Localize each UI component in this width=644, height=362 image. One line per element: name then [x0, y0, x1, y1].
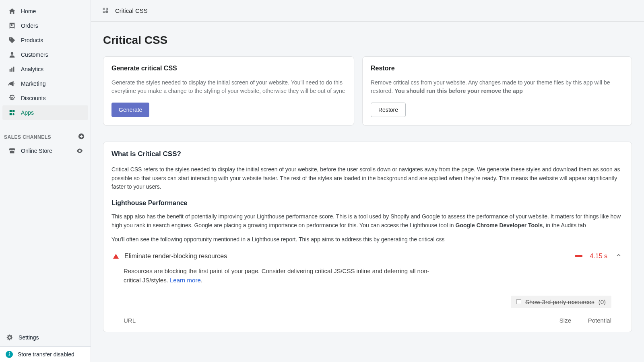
- info-para2: This app also has the benefit of potenti…: [111, 212, 623, 230]
- checkbox-icon: [516, 299, 521, 304]
- tag-icon: [8, 36, 16, 44]
- sidebar-item-settings[interactable]: Settings: [0, 329, 91, 346]
- apps-icon: [8, 109, 16, 117]
- orders-icon: [8, 22, 16, 30]
- settings-label: Settings: [19, 334, 39, 341]
- third-party-label: Show 3rd-party resources: [525, 298, 594, 305]
- restore-button[interactable]: Restore: [371, 103, 406, 117]
- lighthouse-opportunity: Eliminate render-blocking resources 4.15…: [111, 251, 623, 324]
- info-para3: You'll often see the following opportuni…: [111, 235, 623, 244]
- info-para1: Critical CSS refers to the styles needed…: [111, 165, 623, 191]
- lighthouse-third-party: Show 3rd-party resources (0): [111, 296, 623, 308]
- restore-body-bold: You should run this before your remove t…: [394, 88, 523, 94]
- sidebar: Home Orders Products Customers Analytics…: [0, 0, 91, 362]
- warning-triangle-icon: [113, 254, 119, 259]
- sidebar-item-home[interactable]: Home: [2, 4, 88, 19]
- sidebar-item-label: Marketing: [21, 80, 83, 87]
- restore-card-body: Remove critical css from your website. A…: [371, 78, 623, 95]
- home-icon: [8, 7, 16, 15]
- transfer-label: Store transfer disabled: [18, 351, 74, 358]
- sidebar-footer: Settings i Store transfer disabled: [0, 329, 91, 362]
- apps-breadcrumb-icon: [102, 7, 109, 14]
- store-icon: [8, 147, 16, 155]
- header-potential: Potential: [571, 317, 611, 324]
- add-channel-icon[interactable]: [78, 133, 85, 141]
- info-para2-post: , in the Audits tab: [543, 222, 586, 228]
- info-card: What is Critical CSS? Critical CSS refer…: [103, 142, 632, 332]
- sidebar-item-customers[interactable]: Customers: [2, 47, 88, 62]
- generate-button[interactable]: Generate: [111, 103, 149, 117]
- sidebar-item-label: Customers: [21, 51, 83, 58]
- info-para2-bold: Google Chrome Developer Tools: [456, 222, 543, 228]
- restore-card-title: Restore: [371, 65, 623, 72]
- generate-card: Generate critical CSS Generate the style…: [103, 56, 354, 125]
- breadcrumb-label: Critical CSS: [115, 7, 148, 14]
- lighthouse-bar-icon: [575, 255, 582, 257]
- gear-icon: [6, 333, 14, 341]
- lighthouse-table-headers: URL Size Potential: [124, 317, 611, 324]
- page-title: Critical CSS: [103, 34, 632, 47]
- chevron-up-icon: [615, 252, 622, 260]
- nav-list: Home Orders Products Customers Analytics…: [0, 0, 91, 124]
- header-size: Size: [531, 317, 571, 324]
- header-url: URL: [124, 317, 531, 324]
- sidebar-item-products[interactable]: Products: [2, 33, 88, 47]
- lighthouse-desc: Resources are blocking the first paint o…: [124, 266, 446, 285]
- sidebar-item-analytics[interactable]: Analytics: [2, 62, 88, 76]
- third-party-toggle[interactable]: Show 3rd-party resources (0): [511, 296, 611, 308]
- bars-icon: [8, 65, 16, 73]
- sidebar-item-label: Home: [21, 8, 83, 14]
- generate-card-body: Generate the styles needed to display th…: [111, 78, 346, 95]
- sidebar-item-label: Apps: [21, 109, 83, 116]
- section-label: SALES CHANNELS: [4, 134, 51, 140]
- sidebar-item-label: Products: [21, 37, 83, 43]
- lighthouse-time: 4.15 s: [590, 253, 607, 260]
- learn-more-link[interactable]: Learn more: [170, 277, 201, 284]
- info-icon: i: [6, 351, 13, 358]
- view-store-icon[interactable]: [76, 147, 83, 154]
- sidebar-item-discounts[interactable]: Discounts: [2, 91, 88, 105]
- sidebar-item-label: Orders: [21, 23, 83, 29]
- restore-card: Restore Remove critical css from your we…: [362, 56, 632, 125]
- sidebar-item-online-store[interactable]: Online Store: [2, 144, 88, 158]
- sales-channels-header: SALES CHANNELS: [0, 124, 91, 144]
- third-party-count: (0): [599, 298, 606, 305]
- sidebar-item-marketing[interactable]: Marketing: [2, 76, 88, 91]
- transfer-banner[interactable]: i Store transfer disabled: [0, 346, 91, 362]
- info-subheading: Lighthouse Performance: [111, 200, 623, 207]
- sidebar-item-orders[interactable]: Orders: [2, 19, 88, 33]
- sidebar-item-label: Analytics: [21, 66, 83, 72]
- person-icon: [8, 51, 16, 59]
- lighthouse-desc-text: Resources are blocking the first paint o…: [124, 267, 429, 284]
- generate-card-title: Generate critical CSS: [111, 65, 346, 72]
- sidebar-item-label: Discounts: [21, 95, 83, 101]
- sidebar-item-apps[interactable]: Apps: [2, 105, 88, 120]
- lighthouse-title: Eliminate render-blocking resources: [124, 253, 570, 260]
- info-heading: What is Critical CSS?: [111, 150, 623, 158]
- breadcrumb: Critical CSS: [91, 0, 644, 22]
- megaphone-icon: [8, 80, 16, 88]
- discount-icon: [8, 94, 16, 102]
- sidebar-item-label: Online Store: [21, 148, 76, 154]
- lighthouse-row[interactable]: Eliminate render-blocking resources 4.15…: [111, 251, 623, 261]
- main-content: Critical CSS Critical CSS Generate criti…: [91, 0, 644, 362]
